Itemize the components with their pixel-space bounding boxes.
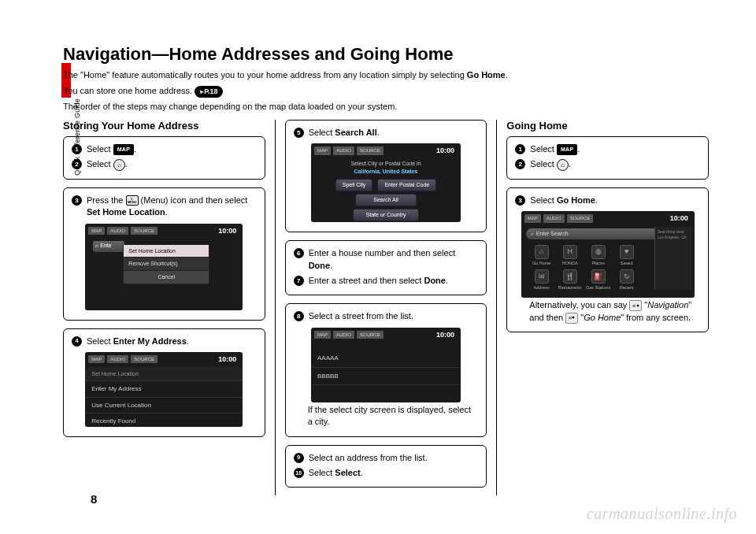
step-10-text: Select Select.: [309, 467, 479, 479]
heading-going-home: Going Home: [506, 120, 709, 132]
page-number: 8: [91, 492, 97, 506]
heading-storing: Storing Your Home Address: [63, 120, 265, 132]
box-step-3: 3 Press the ≡MENU (Menu) icon and then s…: [63, 187, 265, 321]
step-6-text: Enter a house number and then select Don…: [309, 247, 479, 272]
box-gh-step-3: 3 Select Go Home. MAPAUDIOSOURCE10:00 ⌕E…: [506, 187, 709, 332]
gh-step-number-1: 1: [515, 144, 525, 154]
intro-line-1: The "Home" feature automatically routes …: [63, 69, 709, 82]
gh-step-number-2: 2: [515, 159, 525, 169]
step-number-4: 4: [72, 336, 82, 347]
box-steps-1-2: 1 Select MAP. 2 Select ⌕.: [63, 136, 265, 180]
step-number-2: 2: [72, 159, 82, 169]
menu-icon: ≡MENU: [126, 195, 139, 206]
box-step-4: 4 Select Enter My Address. MAPAUDIOSOURC…: [63, 328, 265, 437]
page-title: Navigation—Home Addresses and Going Home: [63, 44, 709, 65]
gh-step-number-3: 3: [515, 195, 525, 206]
gh-alternative-note: Alternatively, you can say «ꔷ "Navigatio…: [515, 299, 700, 324]
step-7-text: Enter a street and then select Done.: [309, 275, 479, 287]
watermark: carmanualsonline.info: [587, 505, 737, 523]
box-steps-9-10: 9 Select an address from the list. 10 Se…: [285, 445, 487, 488]
map-icon: MAP: [113, 144, 134, 155]
column-middle: 5 Select Search All. MAPAUDIOSOURCE10:00…: [285, 120, 498, 496]
step-8-text: Select a street from the list.: [309, 310, 479, 322]
gh-step-2-text: Select ⌕.: [530, 158, 700, 171]
intro-line-3: The order of the steps may change depend…: [63, 101, 709, 113]
screenshot-street-list: MAPAUDIOSOURCE10:00 AAAAA BBBBB: [311, 328, 461, 402]
screenshot-go-home: MAPAUDIOSOURCE10:00 ⌕Enter Search Search…: [521, 211, 695, 298]
step-number-6: 6: [294, 248, 304, 258]
box-steps-6-7: 6 Enter a house number and then select D…: [285, 240, 487, 295]
step-number-7: 7: [294, 276, 304, 286]
box-step-5: 5 Select Search All. MAPAUDIOSOURCE10:00…: [285, 120, 487, 232]
magnifier-icon: ⌕: [113, 159, 125, 171]
column-storing-home: Storing Your Home Address 1 Select MAP. …: [63, 120, 276, 496]
page-ref-badge: ➤P.18: [195, 86, 222, 98]
step-2-text: Select ⌕.: [87, 158, 257, 171]
gh-step-3-text: Select Go Home.: [530, 195, 700, 206]
step-number-10: 10: [294, 468, 304, 478]
screenshot-search-all: MAPAUDIOSOURCE10:00 Select City or Posta…: [311, 143, 461, 222]
step-4-text: Select Enter My Address.: [87, 336, 257, 347]
step-number-5: 5: [294, 128, 304, 138]
screenshot-set-home-menu: MAPAUDIOSOURCE10:00 ⌕ Ente Set Home Loca…: [85, 224, 243, 310]
voice-icon: «ꔷ: [629, 300, 642, 311]
page-content: Navigation—Home Addresses and Going Home…: [63, 44, 709, 502]
step-number-8: 8: [294, 311, 304, 321]
step-9-text: Select an address from the list.: [309, 452, 479, 464]
box-gh-steps-1-2: 1 Select MAP. 2 Select ⌕.: [506, 136, 709, 180]
step-number-3: 3: [72, 195, 82, 206]
gh-step-1-text: Select MAP.: [530, 143, 700, 155]
voice-icon: «ꔷ: [565, 313, 578, 324]
box-step-8: 8 Select a street from the list. MAPAUDI…: [285, 303, 487, 436]
column-going-home: Going Home 1 Select MAP. 2 Select ⌕.: [506, 120, 709, 496]
step-1-text: Select MAP.: [87, 143, 257, 155]
map-icon: MAP: [557, 144, 577, 155]
screenshot-enter-my-address: MAPAUDIOSOURCE10:00 Set Home Location En…: [85, 352, 243, 427]
step-5-text: Select Search All.: [309, 127, 479, 139]
step-number-9: 9: [294, 453, 304, 463]
step-3-text: Press the ≡MENU (Menu) icon and then sel…: [87, 195, 257, 219]
step-8-note: If the select city screen is displayed, …: [294, 404, 479, 428]
intro-line-2: You can store one home address. ➤P.18: [63, 85, 709, 98]
magnifier-icon: ⌕: [557, 159, 569, 171]
step-number-1: 1: [72, 144, 82, 154]
